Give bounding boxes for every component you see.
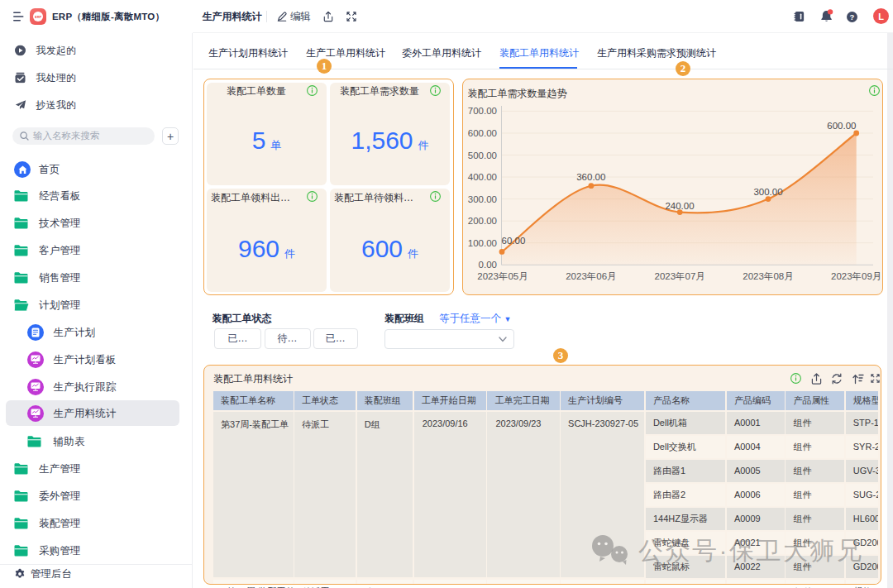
svg-text:500.00: 500.00 (468, 151, 497, 160)
svg-text:2023年09月: 2023年09月 (831, 271, 881, 281)
svg-text:2023年07月: 2023年07月 (655, 271, 705, 281)
svg-text:200.00: 200.00 (468, 216, 497, 226)
svg-text:100.00: 100.00 (468, 238, 497, 248)
svg-text:600.00: 600.00 (468, 128, 497, 138)
svg-text:300.00: 300.00 (468, 194, 497, 204)
svg-text:2023年08月: 2023年08月 (743, 271, 793, 281)
svg-text:700.00: 700.00 (468, 106, 497, 116)
svg-text:2023年05月: 2023年05月 (477, 271, 528, 281)
svg-text:240.00: 240.00 (665, 201, 694, 211)
svg-text:600.00: 600.00 (827, 121, 856, 131)
svg-text:300.00: 300.00 (753, 187, 782, 197)
svg-text:2023年06月: 2023年06月 (566, 271, 616, 281)
svg-text:0.00: 0.00 (479, 260, 497, 270)
svg-text:60.00: 60.00 (502, 236, 526, 246)
svg-text:360.00: 360.00 (576, 172, 605, 182)
svg-text:400.00: 400.00 (468, 172, 497, 182)
